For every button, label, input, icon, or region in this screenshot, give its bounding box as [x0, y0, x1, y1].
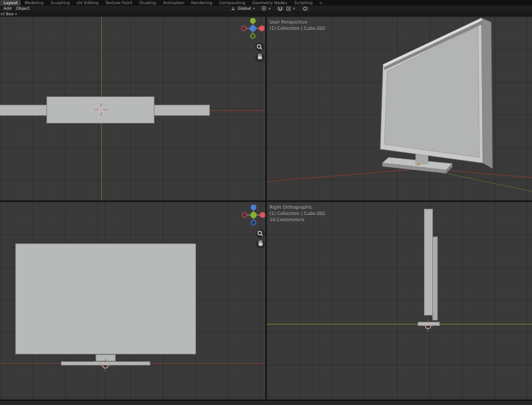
- monitor-back-side-view[interactable]: [432, 236, 438, 320]
- header-transform-cluster: Global ▾ ▾ ▾: [231, 6, 309, 11]
- cursor-3d: [94, 103, 108, 117]
- zoom-button: [256, 43, 265, 52]
- cursor-3d: [98, 359, 112, 372]
- gizmo-axis-x-pos: [259, 26, 265, 31]
- orientation-dropdown[interactable]: Global: [238, 6, 251, 11]
- hand-icon: [258, 54, 262, 60]
- monitor-screen-side-view[interactable]: [424, 209, 433, 316]
- chevron-down-icon[interactable]: ▾: [253, 6, 255, 11]
- context-breadcrumb: (1) Collection | Cube.002: [269, 26, 326, 32]
- context-breadcrumb: (1) Collection | Cube.002: [269, 211, 326, 217]
- tool-settings-bar: ct Box ▾: [0, 11, 532, 17]
- workspace-tabbar: Layout Modeling Sculpting UV Editing Tex…: [0, 0, 532, 6]
- chevron-down-icon[interactable]: ▾: [269, 6, 271, 11]
- chevron-down-icon[interactable]: ▾: [293, 6, 295, 11]
- y-axis-line: [267, 324, 532, 325]
- grid-scale-label: 10 Centimeters: [269, 217, 304, 223]
- gizmo-axis-x-pos: [260, 212, 265, 218]
- zoom-button: [256, 230, 265, 239]
- view-label: User Perspective: [269, 19, 308, 26]
- x-axis-line: [267, 169, 532, 182]
- screen-side-face: [481, 18, 493, 169]
- object-origin-dot: [417, 163, 419, 165]
- gizmo-axis-y-pos: [250, 212, 256, 218]
- gizmo-axis-z-pos: [251, 205, 256, 210]
- pan-button: [256, 53, 265, 62]
- gizmo-axis-z-neg: [251, 221, 256, 225]
- viewport-front-view[interactable]: [0, 202, 265, 399]
- pivot-point-icon[interactable]: [261, 6, 267, 11]
- gizmo-axis-x-neg: [242, 26, 247, 31]
- tab-layout[interactable]: Layout: [0, 0, 21, 6]
- monitor-screen-front-view[interactable]: [15, 243, 196, 354]
- tab-sculpting[interactable]: Sculpting: [47, 0, 73, 6]
- tab-texture-paint[interactable]: Texture Paint: [102, 0, 136, 6]
- proportional-edit-toggle[interactable]: [301, 6, 309, 11]
- viewport-right-ortho[interactable]: Right Orthographic (1) Collection | Cube…: [267, 202, 532, 399]
- gizmo-axis-y-neg: [251, 34, 256, 39]
- blender-window: { "workspace_tabs": { "items": [ {"label…: [0, 0, 532, 405]
- tab-modeling[interactable]: Modeling: [21, 0, 46, 6]
- tab-geometry-nodes[interactable]: Geometry Nodes: [249, 0, 291, 6]
- tab-rendering[interactable]: Rendering: [188, 0, 216, 6]
- perspective-scene: [267, 17, 532, 200]
- gizmo-axis-x-neg: [242, 213, 247, 218]
- object-menu[interactable]: Object: [14, 6, 32, 11]
- snap-mode-icon[interactable]: [286, 6, 291, 11]
- gizmo-axis-z-pos: [249, 25, 256, 31]
- add-menu[interactable]: Add: [1, 6, 14, 11]
- monitor-3d[interactable]: [380, 18, 493, 173]
- viewport-user-perspective[interactable]: User Perspective (1) Collection | Cube.0…: [267, 17, 532, 200]
- gizmo-axis-y-pos: [250, 18, 256, 24]
- chevron-down-icon: ▾: [15, 12, 17, 16]
- view-label: Right Orthographic: [269, 205, 312, 211]
- tab-shading[interactable]: Shading: [136, 0, 159, 6]
- status-bar: [0, 400, 532, 405]
- tab-animation[interactable]: Animation: [159, 0, 188, 6]
- add-workspace-button[interactable]: +: [316, 0, 325, 6]
- tab-uv-editing[interactable]: UV Editing: [73, 0, 102, 6]
- nav-gizmo-top-view[interactable]: [239, 17, 265, 64]
- tab-compositing[interactable]: Compositing: [215, 0, 249, 6]
- orientation-icon: [231, 6, 236, 11]
- hand-icon: [258, 241, 263, 246]
- tab-scripting[interactable]: Scripting: [291, 0, 317, 6]
- magnet-icon: [278, 6, 283, 11]
- proportional-edit-icon: [303, 6, 308, 11]
- pan-button: [256, 240, 265, 249]
- snap-toggle[interactable]: [276, 6, 284, 11]
- viewport-top-view[interactable]: [0, 17, 265, 200]
- nav-gizmo-front-view[interactable]: [240, 202, 265, 251]
- cursor-3d: [421, 319, 435, 333]
- active-tool-dropdown[interactable]: ct Box ▾: [1, 11, 17, 17]
